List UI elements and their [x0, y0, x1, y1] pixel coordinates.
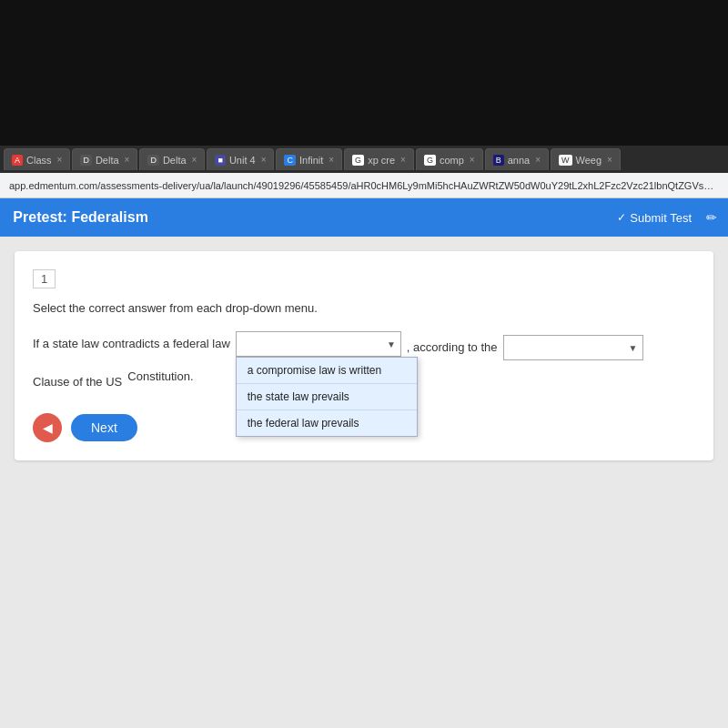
dropdown-option-federal[interactable]: the federal law prevails [237, 410, 417, 436]
tab-class[interactable]: A Class × [4, 148, 70, 170]
tab-close-icon[interactable]: × [607, 155, 612, 165]
tab-delta2[interactable]: D Delta × [139, 148, 205, 170]
question-number: 1 [33, 269, 56, 288]
url-text: app.edmentum.com/assessments-delivery/ua… [9, 180, 719, 191]
next-label: Next [91, 420, 117, 435]
app-header: Next Pretest: Federalism ✓ Submit Test ✏ [0, 198, 728, 237]
tab-anna[interactable]: B anna × [485, 148, 549, 170]
tab-close-icon[interactable]: × [535, 155, 541, 165]
dropdown2-select[interactable]: Supremacy Necessary and Proper Commerce [503, 335, 643, 360]
question-text-after2: Constitution. [127, 369, 193, 383]
instruction-text: Select the correct answer from each drop… [33, 301, 695, 315]
question-row: If a state law contradicts a federal law… [33, 331, 695, 395]
dropdown1-container[interactable]: a compromise law is written the state la… [236, 331, 401, 357]
tab-weeg[interactable]: W Weeg × [551, 148, 621, 170]
submit-test-button[interactable]: ✓ Submit Test [617, 211, 692, 225]
page-title: Pretest: Federalism [2, 198, 610, 237]
question-text-after: Clause of the US [33, 369, 122, 395]
screen-capture-area [0, 0, 728, 146]
tab-delta1[interactable]: D Delta × [72, 148, 137, 170]
tab-close-icon[interactable]: × [329, 155, 334, 165]
question-text-before: If a state law contradicts a federal law [33, 331, 230, 357]
pencil-icon: ✏ [706, 210, 717, 225]
tab-close-icon[interactable]: × [192, 155, 197, 165]
main-content: 1 Select the correct answer from each dr… [0, 237, 728, 728]
tab-xpcre[interactable]: G xp cre × [344, 148, 414, 170]
question-text-middle: , according to the [407, 335, 498, 360]
dropdown1-select[interactable]: a compromise law is written the state la… [236, 331, 401, 357]
prev-button[interactable]: ◀ [33, 413, 62, 442]
submit-label: Submit Test [630, 211, 692, 225]
dropdown-option-compromise[interactable]: a compromise law is written [237, 358, 417, 384]
tab-close-icon[interactable]: × [57, 155, 63, 165]
tab-close-icon[interactable]: × [125, 155, 130, 165]
browser-tab-bar: A Class × D Delta × D Delta × ■ Unit 4 ×… [0, 146, 728, 173]
check-icon: ✓ [617, 211, 626, 224]
tab-close-icon[interactable]: × [400, 155, 406, 165]
next-button[interactable]: Next [71, 414, 137, 441]
tab-unit4[interactable]: ■ Unit 4 × [207, 148, 274, 170]
prev-icon: ◀ [43, 420, 53, 435]
address-bar[interactable]: app.edmentum.com/assessments-delivery/ua… [0, 173, 728, 198]
question-card: 1 Select the correct answer from each dr… [15, 251, 713, 460]
tab-close-icon[interactable]: × [261, 155, 267, 165]
dropdown-option-state[interactable]: the state law prevails [237, 384, 417, 410]
tab-infinit[interactable]: C Infinit × [276, 148, 342, 170]
dropdown2-container[interactable]: Supremacy Necessary and Proper Commerce … [503, 335, 643, 360]
tab-comp[interactable]: G comp × [416, 148, 483, 170]
tab-close-icon[interactable]: × [470, 155, 475, 165]
dropdown1-options-panel: a compromise law is written the state la… [236, 357, 418, 437]
